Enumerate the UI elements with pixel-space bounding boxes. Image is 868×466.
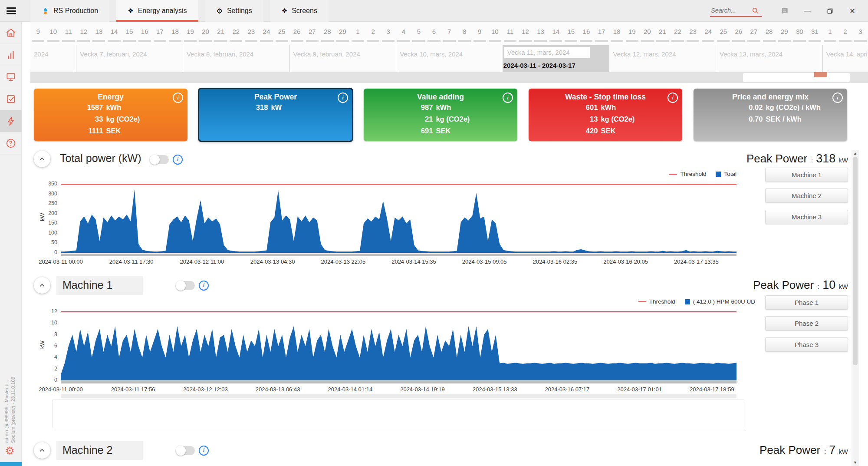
timeline-day[interactable]: 21 [213, 25, 228, 38]
timeline-week-vecka-14-april[interactable]: Vecka 14, april, [822, 45, 868, 72]
timeline-day[interactable]: 17 [594, 25, 609, 38]
tab-settings[interactable]: ⚙Settings [205, 0, 263, 22]
kpi-card-peak-power[interactable]: Peak Poweri318kW [199, 89, 352, 141]
legend-item-total[interactable]: Total [716, 171, 736, 177]
timeline-day[interactable]: 1 [350, 25, 365, 38]
timeline-day[interactable]: 16 [579, 25, 594, 38]
timeline-week-vecka-10-mars-2024[interactable]: Vecka 10, mars, 2024 [396, 45, 503, 72]
timeline-day[interactable]: 3 [381, 25, 396, 38]
select-button-phase-3[interactable]: Phase 3 [765, 337, 848, 352]
timeline-day[interactable]: 5 [411, 25, 426, 38]
info-icon[interactable]: i [173, 93, 183, 103]
timeline-day[interactable]: 18 [609, 25, 625, 38]
timeline-day[interactable]: 23 [685, 25, 700, 38]
timeline-day[interactable]: 8 [457, 25, 472, 38]
timeline-day[interactable]: 28 [762, 25, 777, 38]
timeline-day[interactable]: 13 [91, 25, 106, 38]
machine1-chart[interactable] [61, 307, 736, 381]
timeline-day[interactable]: 27 [305, 25, 320, 38]
timeline-day[interactable]: 14 [106, 25, 122, 38]
select-button-machine-2[interactable]: Machine 2 [765, 188, 848, 203]
timeline-day[interactable]: 6 [426, 25, 441, 38]
timeline-day[interactable]: 10 [487, 25, 503, 38]
timeline-week-vecka-11-mars-2024[interactable]: Vecka 11, mars, 20242024-03-11 - 2024-03… [503, 45, 609, 72]
timeline-day[interactable]: 2 [838, 25, 853, 38]
timeline-day[interactable]: 20 [640, 25, 655, 38]
timeline-day[interactable]: 12 [518, 25, 533, 38]
scroll-thumb[interactable] [853, 157, 858, 365]
timeline-scrollbar[interactable] [30, 72, 868, 83]
sidebar-item-tasks[interactable] [0, 88, 22, 110]
select-button-phase-2[interactable]: Phase 2 [765, 316, 848, 330]
timeline-day[interactable]: 28 [320, 25, 335, 38]
timeline-day[interactable]: 24 [700, 25, 716, 38]
kpi-card-energy[interactable]: Energyi1587kWh33kg (CO2e)1111SEK [34, 89, 187, 141]
timeline-week-vecka-7-februari-2024[interactable]: Vecka 7, februari, 2024 [76, 45, 183, 72]
search-input[interactable] [710, 7, 752, 14]
timeline-day[interactable]: 3 [853, 25, 868, 38]
timeline-day[interactable]: 19 [625, 25, 640, 38]
close-button[interactable]: ✕ [841, 0, 864, 22]
timeline-week-2024[interactable]: 2024 [30, 45, 76, 72]
timeline-day[interactable]: 19 [183, 25, 198, 38]
kpi-card-waste-stop-time-loss[interactable]: Waste - Stop time lossi601kWh13kg (CO2e)… [529, 89, 682, 141]
timeline-day[interactable]: 1 [822, 25, 838, 38]
timeline-day[interactable]: 17 [152, 25, 168, 38]
timeline-day[interactable]: 10 [46, 25, 61, 38]
minimize-button[interactable]: — [796, 0, 819, 22]
feedback-icon[interactable] [773, 0, 796, 22]
timeline-day[interactable]: 11 [61, 25, 76, 38]
settings-gear-icon[interactable]: ⚙ [5, 446, 15, 456]
collapse-machine1-button[interactable] [34, 277, 50, 294]
timeline-day[interactable]: 30 [792, 25, 807, 38]
timeline-day[interactable]: 11 [503, 25, 518, 38]
total-power-toggle[interactable] [150, 155, 169, 164]
select-button-machine-1[interactable]: Machine 1 [765, 168, 848, 182]
timeline-day[interactable]: 23 [243, 25, 259, 38]
timeline-day[interactable]: 14 [548, 25, 563, 38]
timeline-day[interactable]: 13 [533, 25, 548, 38]
machine1-info-icon[interactable]: i [199, 281, 209, 291]
kpi-card-price-and-energy-mix[interactable]: Price and energy mixi0.02kg (CO2e) / kWh… [694, 89, 847, 141]
timeline-day[interactable]: 21 [655, 25, 670, 38]
sidebar-item-analytics[interactable] [0, 44, 22, 66]
info-icon[interactable]: i [503, 93, 513, 103]
timeline-day[interactable]: 25 [274, 25, 289, 38]
scroll-up-arrow[interactable]: ▲ [852, 151, 859, 155]
timeline-day[interactable]: 24 [259, 25, 274, 38]
select-button-phase-1[interactable]: Phase 1 [765, 295, 848, 310]
menu-icon[interactable] [7, 7, 16, 14]
chart-hscroll-track[interactable] [61, 394, 736, 398]
select-button-machine-3[interactable]: Machine 3 [765, 210, 848, 224]
info-icon[interactable]: i [338, 93, 348, 103]
timeline-day[interactable]: 16 [137, 25, 152, 38]
timeline-week-vecka-9-februari-2024[interactable]: Vecka 9, februari, 2024 [289, 45, 396, 72]
timeline-day[interactable]: 29 [777, 25, 792, 38]
sidebar-item-home[interactable] [0, 22, 22, 44]
timeline-week-vecka-12-mars-2024[interactable]: Vecka 12, mars, 2024 [609, 45, 716, 72]
timeline-day[interactable]: 29 [335, 25, 350, 38]
timeline-day[interactable]: 15 [563, 25, 579, 38]
sidebar-item-screens[interactable] [0, 66, 22, 88]
timeline-day[interactable]: 31 [807, 25, 822, 38]
timeline-week-vecka-8-februari-2024[interactable]: Vecka 8, februari, 2024 [183, 45, 289, 72]
timeline-day[interactable]: 22 [228, 25, 243, 38]
timeline-day[interactable]: 26 [731, 25, 746, 38]
timeline-day[interactable]: 20 [198, 25, 213, 38]
scroll-down-arrow[interactable]: ▼ [852, 460, 859, 465]
machine2-toggle[interactable] [176, 446, 195, 455]
legend-item-threshold[interactable]: Threshold [638, 298, 675, 305]
machine2-info-icon[interactable]: i [199, 446, 209, 456]
tab-screens[interactable]: ❖Screens [270, 0, 329, 22]
timeline-day[interactable]: 2 [365, 25, 381, 38]
content-scrollbar[interactable]: ▲ ▼ [852, 150, 859, 466]
collapse-machine2-button[interactable] [34, 442, 50, 459]
timeline-day[interactable]: 9 [30, 25, 46, 38]
timeline-day[interactable]: 12 [76, 25, 91, 38]
timeline-scroll-handle[interactable] [743, 73, 850, 82]
timeline-day[interactable]: 15 [122, 25, 137, 38]
info-icon[interactable]: i [667, 93, 678, 103]
collapse-total-power-button[interactable] [34, 151, 50, 167]
total_power-chart[interactable] [61, 179, 736, 254]
legend-item-threshold[interactable]: Threshold [669, 171, 706, 177]
